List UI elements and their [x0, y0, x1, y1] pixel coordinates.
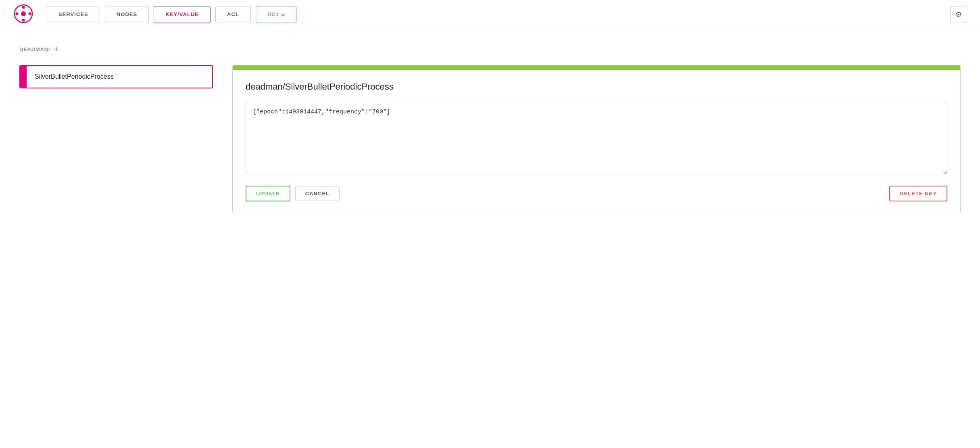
delete-key-button[interactable]: DELETE KEY [889, 186, 947, 201]
detail-actions: UPDATE CANCEL DELETE KEY [246, 186, 947, 201]
services-nav-button[interactable]: SERVICES [47, 6, 100, 23]
content-area: SilverBulletPeriodicProcess deadman/Silv… [19, 65, 961, 213]
svg-point-2 [22, 6, 25, 8]
acl-nav-button[interactable]: ACL [215, 6, 251, 23]
value-textarea[interactable] [246, 102, 947, 174]
kv-item-label: SilverBulletPeriodicProcess [27, 66, 212, 88]
gear-icon: ⚙ [955, 10, 962, 19]
kv-list-item[interactable]: SilverBulletPeriodicProcess [19, 65, 213, 88]
detail-key-path: deadman/SilverBulletPeriodicProcess [246, 82, 947, 92]
dc-nav-button[interactable]: DC1 [256, 6, 296, 23]
detail-panel: deadman/SilverBulletPeriodicProcess UPDA… [232, 65, 961, 213]
detail-card-body: deadman/SilverBulletPeriodicProcess UPDA… [233, 70, 960, 213]
nodes-nav-button[interactable]: NODES [105, 6, 149, 23]
main-content: DEADMAN/ + SilverBulletPeriodicProcess d… [0, 29, 980, 229]
logo[interactable] [13, 3, 34, 26]
update-button[interactable]: UPDATE [246, 186, 290, 201]
add-key-button[interactable]: + [54, 45, 58, 54]
breadcrumb-path: DEADMAN/ [19, 46, 50, 52]
svg-point-4 [16, 12, 19, 15]
svg-point-5 [29, 12, 31, 15]
logo-icon [13, 3, 34, 24]
navbar: SERVICES NODES KEY/VALUE ACL DC1 ⚙ [0, 0, 980, 29]
cancel-button[interactable]: CANCEL [295, 186, 340, 201]
svg-point-1 [21, 11, 26, 16]
settings-button[interactable]: ⚙ [950, 6, 967, 23]
kv-item-swatch [20, 66, 27, 88]
keyvalue-nav-button[interactable]: KEY/VALUE [154, 6, 211, 23]
detail-card-top-bar [233, 65, 960, 70]
detail-card: deadman/SilverBulletPeriodicProcess UPDA… [232, 65, 961, 213]
key-list-panel: SilverBulletPeriodicProcess [19, 65, 213, 88]
svg-point-3 [22, 19, 25, 21]
breadcrumb: DEADMAN/ + [19, 45, 961, 54]
chevron-down-icon [281, 12, 285, 16]
